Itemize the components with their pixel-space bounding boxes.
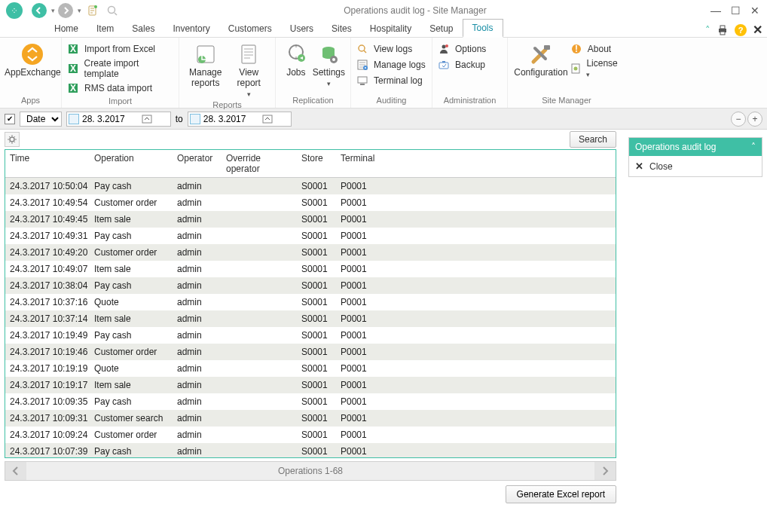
- gear-button[interactable]: [5, 132, 20, 147]
- date-from-picker[interactable]: 28. 3.2017: [66, 112, 171, 127]
- menu-home[interactable]: Home: [45, 20, 87, 37]
- menu-sites[interactable]: Sites: [322, 20, 361, 37]
- cell-operation: Quote: [90, 363, 173, 374]
- cell-operation: Customer order: [90, 247, 173, 258]
- audit-grid: Time Operation Operator Override operato…: [5, 149, 616, 458]
- view-report-button[interactable]: View report▾: [228, 41, 271, 99]
- col-terminal-header[interactable]: Terminal: [336, 150, 381, 177]
- ribbon-apps-label: Apps: [5, 94, 57, 105]
- svg-point-22: [359, 45, 365, 51]
- datepicker-dropdown-icon[interactable]: [262, 114, 289, 124]
- col-store-header[interactable]: Store: [297, 150, 336, 177]
- menu-setup[interactable]: Setup: [420, 20, 462, 37]
- manage-logs[interactable]: Manage logs: [356, 58, 426, 72]
- rms-data-import[interactable]: XRMS data import: [66, 81, 174, 95]
- license-icon: [570, 62, 582, 75]
- rms-data-import-icon: X: [66, 81, 80, 95]
- col-time-header[interactable]: Time: [5, 150, 90, 177]
- table-row[interactable]: 24.3.2017 10:49:45Item saleadminS0001P00…: [5, 211, 616, 228]
- print-icon[interactable]: [717, 24, 729, 36]
- menu-users[interactable]: Users: [281, 20, 322, 37]
- replication-settings-button[interactable]: Settings▾: [312, 41, 346, 89]
- jobs-button[interactable]: Jobs: [280, 41, 312, 78]
- table-row[interactable]: 24.3.2017 10:37:16QuoteadminS0001P0001: [5, 294, 616, 310]
- datepicker-dropdown-icon[interactable]: [142, 114, 169, 124]
- filter-enable-checkbox[interactable]: ✔: [5, 114, 15, 124]
- backup[interactable]: Backup: [437, 58, 486, 72]
- menu-sales[interactable]: Sales: [123, 20, 163, 37]
- nav-back-icon[interactable]: [32, 3, 47, 18]
- cell-store: S0001: [297, 413, 336, 423]
- menu-inventory[interactable]: Inventory: [163, 20, 218, 37]
- cell-operation: Customer order: [90, 197, 173, 208]
- cell-time: 24.3.2017 10:09:24: [5, 430, 90, 440]
- page-next-button[interactable]: [594, 462, 616, 480]
- about[interactable]: !About: [570, 42, 621, 56]
- cell-operation: Pay cash: [90, 446, 173, 457]
- configuration-button[interactable]: Configuration: [512, 41, 570, 78]
- view-logs[interactable]: View logs: [356, 42, 426, 56]
- table-row[interactable]: 24.3.2017 10:09:35Pay cashadminS0001P000…: [5, 393, 616, 410]
- table-row[interactable]: 24.3.2017 10:09:31Customer searchadminS0…: [5, 410, 616, 427]
- table-row[interactable]: 24.3.2017 10:19:49Pay cashadminS0001P000…: [5, 327, 616, 344]
- table-row[interactable]: 24.3.2017 10:19:19QuoteadminS0001P0001: [5, 360, 616, 377]
- col-operation-header[interactable]: Operation: [90, 150, 173, 177]
- cell-terminal: P0001: [336, 347, 381, 357]
- zoom-out-button[interactable]: −: [731, 112, 746, 127]
- close-window-button[interactable]: ✕: [749, 5, 761, 17]
- menu-customers[interactable]: Customers: [219, 20, 281, 37]
- appexchange-label: AppExchange: [5, 68, 61, 78]
- table-row[interactable]: 24.3.2017 10:19:46Customer orderadminS00…: [5, 344, 616, 360]
- manage-reports-button[interactable]: Manage reports: [184, 41, 228, 89]
- table-row[interactable]: 24.3.2017 10:49:07Item saleadminS0001P00…: [5, 261, 616, 277]
- import-from-excel[interactable]: XImport from Excel: [66, 42, 174, 56]
- jobs-label: Jobs: [286, 68, 305, 78]
- table-row[interactable]: 24.3.2017 10:49:31Pay cashadminS0001P000…: [5, 228, 616, 244]
- col-operator-header[interactable]: Operator: [173, 150, 222, 177]
- license[interactable]: License ▾: [570, 58, 621, 79]
- options[interactable]: Options: [437, 42, 486, 56]
- nav-back-dropdown[interactable]: ▾: [51, 7, 55, 14]
- date-to-picker[interactable]: 28. 3.2017: [188, 112, 292, 127]
- search-button[interactable]: Search: [570, 131, 616, 148]
- nav-forward-dropdown[interactable]: ▾: [78, 7, 81, 14]
- table-row[interactable]: 24.3.2017 10:38:04Pay cashadminS0001P000…: [5, 277, 616, 294]
- maximize-button[interactable]: ☐: [729, 5, 741, 17]
- ribbon-collapse-icon[interactable]: ˄: [705, 24, 710, 35]
- note-icon[interactable]: [84, 2, 101, 19]
- menu-tools[interactable]: Tools: [463, 19, 503, 38]
- terminal-log[interactable]: Terminal log: [356, 74, 426, 87]
- table-row[interactable]: 24.3.2017 10:07:39Pay cashadminS0001P000…: [5, 443, 616, 457]
- help-icon[interactable]: ?: [735, 24, 747, 36]
- col-override-header[interactable]: Override operator: [222, 150, 297, 177]
- create-import-template[interactable]: XCreate import template: [66, 58, 174, 79]
- ribbon-sitemanager-label: Site Manager: [512, 94, 621, 105]
- table-row[interactable]: 24.3.2017 10:37:14Item saleadminS0001P00…: [5, 310, 616, 327]
- cell-terminal: P0001: [336, 446, 381, 457]
- nav-forward-icon[interactable]: [58, 3, 73, 18]
- app-close-icon[interactable]: ✕: [753, 23, 762, 37]
- table-row[interactable]: 24.3.2017 10:49:20Customer orderadminS00…: [5, 244, 616, 261]
- cell-operator: admin: [173, 181, 222, 191]
- table-row[interactable]: 24.3.2017 10:09:24Customer orderadminS00…: [5, 427, 616, 443]
- grid-body[interactable]: 24.3.2017 10:50:04Pay cashadminS0001P000…: [5, 178, 616, 457]
- cell-operation: Pay cash: [90, 231, 173, 241]
- filter-type-dropdown[interactable]: Date: [20, 112, 62, 127]
- menu-hospitality[interactable]: Hospitality: [361, 20, 420, 37]
- table-row[interactable]: 24.3.2017 10:50:04Pay cashadminS0001P000…: [5, 178, 616, 194]
- side-panel-close[interactable]: ✕ Close: [629, 156, 762, 176]
- zoom-in-button[interactable]: +: [747, 112, 762, 127]
- cell-terminal: P0001: [336, 280, 381, 291]
- table-row[interactable]: 24.3.2017 10:49:54Customer orderadminS00…: [5, 194, 616, 211]
- side-panel-collapse-icon[interactable]: ˄: [751, 142, 756, 152]
- search-quick-icon[interactable]: [104, 2, 121, 19]
- generate-report-button[interactable]: Generate Excel report: [506, 485, 616, 503]
- menu-item[interactable]: Item: [87, 20, 123, 37]
- appexchange-button[interactable]: AppExchange: [5, 41, 61, 78]
- minimize-button[interactable]: —: [710, 5, 722, 17]
- replication-settings-icon: [316, 42, 341, 66]
- page-prev-button[interactable]: [5, 462, 26, 480]
- table-row[interactable]: 24.3.2017 10:19:17Item saleadminS0001P00…: [5, 377, 616, 393]
- ribbon-group-reports: Manage reports View report▾ Reports: [179, 38, 276, 108]
- cell-operator: admin: [173, 247, 222, 258]
